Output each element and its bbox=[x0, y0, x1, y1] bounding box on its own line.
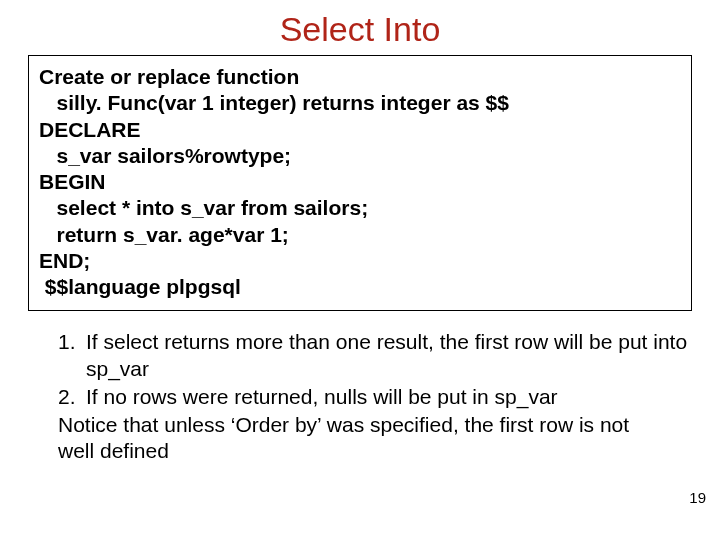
list-item: 1. If select returns more than one resul… bbox=[58, 329, 692, 382]
list-text: If select returns more than one result, … bbox=[86, 330, 687, 379]
list-text: If no rows were returned, nulls will be … bbox=[86, 385, 558, 408]
slide: Select Into Create or replace function s… bbox=[0, 0, 720, 540]
code-line: return s_var. age*var 1; bbox=[39, 222, 681, 248]
code-line: $$language plpgsql bbox=[39, 274, 681, 300]
code-line: silly. Func(var 1 integer) returns integ… bbox=[39, 90, 681, 116]
notes-block: 1. If select returns more than one resul… bbox=[28, 329, 692, 464]
code-line: Create or replace function bbox=[39, 64, 681, 90]
code-line: END; bbox=[39, 248, 681, 274]
code-line: DECLARE bbox=[39, 117, 681, 143]
code-line: BEGIN bbox=[39, 169, 681, 195]
code-line: s_var sailors%rowtype; bbox=[39, 143, 681, 169]
code-line: select * into s_var from sailors; bbox=[39, 195, 681, 221]
page-number: 19 bbox=[689, 489, 706, 506]
notice-text: Notice that unless ‘Order by’ was specif… bbox=[58, 412, 692, 465]
slide-title: Select Into bbox=[0, 0, 720, 55]
list-number: 1. bbox=[58, 329, 76, 355]
code-box: Create or replace function silly. Func(v… bbox=[28, 55, 692, 311]
list-number: 2. bbox=[58, 384, 76, 410]
notes-list: 1. If select returns more than one resul… bbox=[58, 329, 692, 410]
list-item: 2. If no rows were returned, nulls will … bbox=[58, 384, 692, 410]
